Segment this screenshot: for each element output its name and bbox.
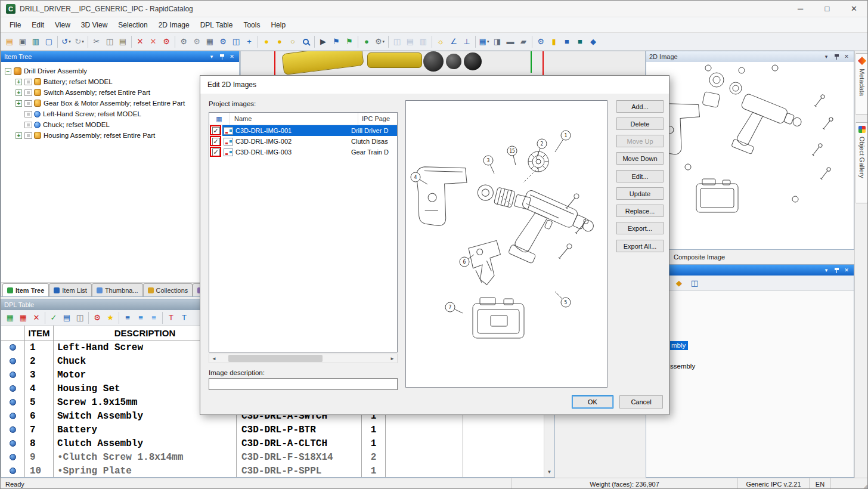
checkbox[interactable]: ✓ bbox=[212, 138, 220, 146]
catalog-book-icon[interactable]: ▥ bbox=[29, 35, 42, 48]
measure-perp-icon[interactable]: ⊥ bbox=[460, 35, 473, 48]
compare-views-icon[interactable]: ◨ bbox=[491, 35, 504, 48]
pin-icon[interactable] bbox=[832, 267, 841, 274]
solid-view-icon[interactable]: ◆ bbox=[587, 35, 600, 48]
settings-icon[interactable]: ⚙ bbox=[177, 35, 190, 48]
menu-item-view[interactable]: View bbox=[49, 18, 76, 32]
expander-plus-icon[interactable]: + bbox=[16, 89, 22, 96]
side-tab-object-gallery[interactable]: Object Gallery bbox=[855, 122, 868, 203]
composite-image-label[interactable]: Composite Image bbox=[646, 250, 854, 264]
close-icon[interactable]: ✕ bbox=[842, 53, 851, 61]
scroll-left-button[interactable]: ◄ bbox=[209, 354, 219, 363]
save-icon[interactable]: ▣ bbox=[16, 35, 29, 48]
image-list-row[interactable]: ✓C3D-DRL-IMG-002Clutch Disas bbox=[209, 136, 397, 147]
dpl-favorite-icon[interactable]: ★ bbox=[104, 311, 117, 324]
add-button[interactable]: Add... bbox=[616, 100, 664, 113]
layout-2-icon[interactable]: ▤ bbox=[404, 35, 417, 48]
publish-monitor-icon[interactable]: ▢ bbox=[42, 35, 55, 48]
composite-layers-icon[interactable]: ◫ bbox=[688, 277, 701, 290]
image-2d-canvas[interactable] bbox=[646, 62, 854, 249]
gear-add-icon[interactable]: + bbox=[243, 35, 256, 48]
dpl-sort-desc-icon[interactable]: ≡ bbox=[134, 311, 147, 324]
expander-plus-icon[interactable]: + bbox=[16, 79, 22, 85]
close-button[interactable]: ✕ bbox=[841, 1, 867, 17]
gears-blue-icon[interactable]: ⚙ bbox=[216, 35, 230, 48]
menu-item-help[interactable]: Help bbox=[265, 18, 291, 32]
hotpoint-link-icon[interactable]: ● bbox=[273, 35, 286, 48]
maximize-button[interactable]: □ bbox=[814, 1, 841, 17]
database-icon[interactable]: ▮ bbox=[547, 35, 560, 48]
image-description-input[interactable] bbox=[209, 378, 398, 390]
export-button[interactable]: Export... bbox=[616, 222, 664, 234]
dpl-grid-icon[interactable]: ▦ bbox=[4, 311, 17, 324]
archive-teal-icon[interactable]: ■ bbox=[574, 35, 587, 48]
composite-tree-item[interactable]: ssembly bbox=[670, 363, 695, 370]
delete-settings-icon[interactable]: ⚙ bbox=[160, 35, 173, 48]
new-project-icon[interactable]: ▤ bbox=[3, 35, 16, 48]
dpl-validate-icon[interactable]: ✓ bbox=[47, 311, 60, 324]
menu-item-3d-view[interactable]: 3D View bbox=[76, 18, 113, 32]
list-horizontal-scrollbar[interactable]: ◄ ► bbox=[209, 354, 398, 363]
delete-button[interactable]: Delete bbox=[616, 117, 664, 130]
menu-item-dpl-table[interactable]: DPL Table bbox=[195, 18, 238, 32]
dpl-delete-row-icon[interactable]: ▦ bbox=[17, 311, 30, 324]
minimize-button[interactable]: ─ bbox=[787, 1, 814, 17]
image-list-row[interactable]: ✓C3D-DRL-IMG-003Gear Train D bbox=[209, 147, 397, 157]
menu-item-selection[interactable]: Selection bbox=[113, 18, 153, 32]
render-mode-icon[interactable]: ● bbox=[360, 35, 373, 48]
replace-button[interactable]: Replace... bbox=[616, 205, 664, 217]
cut-icon[interactable]: ✂ bbox=[90, 35, 103, 48]
menu-item-file[interactable]: File bbox=[4, 18, 26, 32]
chevron-down-icon[interactable]: ▾ bbox=[822, 267, 830, 274]
dpl-col-item[interactable]: ITEM bbox=[25, 326, 54, 341]
undo-icon[interactable]: ↺▾ bbox=[60, 35, 73, 48]
dpl-table-row[interactable]: 8Clutch AssemblyC3D-DRL-A-CLTCH1 bbox=[1, 437, 544, 450]
dpl-table-row[interactable]: 10•Spring PlateC3D-DRL-P-SPPL1 bbox=[1, 464, 544, 477]
composite-tree-selected-item[interactable]: mbly bbox=[670, 341, 688, 350]
web-export-icon[interactable]: ⚙ bbox=[534, 35, 547, 48]
table-settings-icon[interactable]: ▦ bbox=[203, 35, 216, 48]
ipc-page-column-header[interactable]: IPC Page bbox=[358, 113, 397, 125]
dpl-text-style-icon[interactable]: T bbox=[178, 311, 191, 324]
edit-button[interactable]: Edit... bbox=[616, 170, 664, 182]
name-column-header[interactable]: Name bbox=[230, 113, 358, 125]
dpl-table-row[interactable]: 7BatteryC3D-DRL-P-BTR1 bbox=[1, 423, 544, 437]
dpl-sort-asc-icon[interactable]: ≡ bbox=[121, 311, 134, 324]
light-icon[interactable]: ☼ bbox=[434, 35, 447, 48]
gear-copy-icon[interactable]: ◫ bbox=[230, 35, 243, 48]
cancel-button[interactable]: Cancel bbox=[619, 395, 663, 408]
expander-plus-icon[interactable]: + bbox=[16, 100, 22, 107]
dpl-sort-custom-icon[interactable]: ≡ bbox=[147, 311, 160, 324]
zoom-icon[interactable] bbox=[299, 35, 312, 48]
flag-blue-icon[interactable]: ⚑ bbox=[330, 35, 343, 48]
update-button[interactable]: Update bbox=[616, 187, 664, 200]
dpl-cut-row-icon[interactable]: ✕ bbox=[30, 311, 43, 324]
checkbox[interactable]: ✓ bbox=[212, 148, 220, 156]
machine-settings-icon[interactable]: ⚙ bbox=[190, 35, 203, 48]
paste-icon[interactable]: ▤ bbox=[116, 35, 129, 48]
dpl-edit-icon[interactable]: ▤ bbox=[60, 311, 73, 324]
export-all-button[interactable]: Export All... bbox=[616, 240, 664, 252]
close-icon[interactable]: ✕ bbox=[842, 267, 851, 274]
move-down-button[interactable]: Move Down bbox=[616, 152, 664, 165]
image-tools-icon[interactable]: ▦▾ bbox=[478, 35, 491, 48]
expander-minus-icon[interactable]: − bbox=[5, 68, 11, 75]
measure-angle-icon[interactable]: ∠ bbox=[447, 35, 460, 48]
image-list-row[interactable]: ✓C3D-DRL-IMG-001Drill Driver D bbox=[209, 125, 397, 136]
dpl-table-row[interactable]: 9•Clutch Screw 1.8x14mmC3D-DRL-F-S18X142 bbox=[1, 450, 544, 464]
window-2-icon[interactable]: ▰ bbox=[517, 35, 530, 48]
menu-item-2d-image[interactable]: 2D Image bbox=[153, 18, 195, 32]
redo-icon[interactable]: ↻▾ bbox=[73, 35, 86, 48]
layout-3-icon[interactable]: ▥ bbox=[417, 35, 430, 48]
resize-grip[interactable]: ◢ bbox=[858, 478, 867, 489]
dpl-column-format-icon[interactable]: T bbox=[165, 311, 178, 324]
pin-icon[interactable] bbox=[832, 53, 841, 61]
checkbox[interactable]: ✓ bbox=[212, 127, 220, 135]
dpl-settings-icon[interactable]: ⚙ bbox=[91, 311, 104, 324]
scroll-down-button[interactable]: ▼ bbox=[544, 467, 554, 477]
flag-green-icon[interactable]: ⚑ bbox=[343, 35, 356, 48]
copy-icon[interactable]: ◫ bbox=[103, 35, 116, 48]
close-icon[interactable]: ✕ bbox=[228, 53, 236, 61]
view-settings-icon[interactable]: ⚙▾ bbox=[373, 35, 386, 48]
tab-collections[interactable]: Collections bbox=[143, 283, 193, 296]
